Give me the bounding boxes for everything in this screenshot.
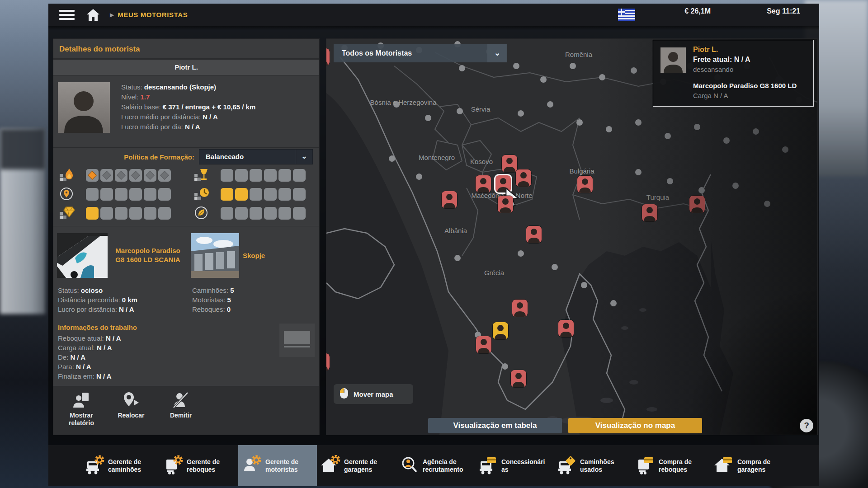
skill-cell	[293, 188, 306, 201]
driver-marker[interactable]	[511, 370, 526, 387]
divider	[53, 147, 319, 148]
skill-cell	[278, 188, 291, 201]
trailer-buy-icon	[635, 455, 655, 477]
dismiss-icon	[171, 391, 190, 411]
driver-marker[interactable]	[577, 176, 593, 193]
skill-cell	[115, 169, 127, 182]
fragile-icon	[194, 168, 214, 183]
dealer-icon	[478, 455, 498, 477]
help-button[interactable]: ?	[800, 419, 813, 432]
garage-stat-line: Reboques: 0	[192, 305, 314, 314]
driver-marker[interactable]	[512, 300, 528, 317]
driver-info-line: Lucro médio por distância: N / A	[121, 112, 316, 122]
job-info-line: Para: N / A	[58, 362, 239, 371]
move-map-button[interactable]: Mover mapa	[334, 384, 413, 404]
driver-marker-selected[interactable]	[495, 175, 511, 192]
job-info-title: Informações do trabalho	[58, 324, 137, 331]
driver-photo	[58, 82, 110, 133]
skill-cell	[264, 188, 277, 201]
relocate-button[interactable]: Realocar	[109, 391, 153, 435]
mouse-icon	[339, 387, 349, 401]
tooltip-status: descansando	[693, 66, 733, 73]
skill-cell	[221, 207, 233, 220]
nav-item-caminh-es-usados[interactable]: Caminhões usados	[553, 445, 632, 486]
nav-item-gerente-de-reboques[interactable]: Gerente de reboques	[160, 445, 238, 486]
map-panel[interactable]: RomêniaBósnia e HerzegovinaSérviaMontene…	[326, 39, 817, 435]
recruitment-icon	[399, 455, 419, 477]
skill-cell	[100, 207, 113, 220]
job-info-line: De: N / A	[58, 352, 239, 362]
training-policy-value: Balanceado	[206, 150, 244, 164]
driver-action-bar: Mostrar relatórioRealocarDemitir	[53, 386, 319, 435]
driver-tooltip: Piotr L. Frete atual: N / A descansando …	[653, 40, 814, 107]
high-value-icon	[60, 206, 80, 221]
map-view-button[interactable]: Visualização no mapa	[568, 418, 702, 433]
nav-item-gerente-de-motoristas[interactable]: Gerente de motoristas	[238, 445, 317, 486]
action-label: Demitir	[170, 412, 192, 419]
skill-cell	[250, 207, 262, 220]
menu-icon[interactable]	[59, 10, 75, 20]
breadcrumb[interactable]: MEUS MOTORISTAS	[118, 11, 188, 19]
country-label: Bósnia e Herzegovina	[370, 99, 437, 106]
truck-thumbnail[interactable]	[57, 233, 108, 278]
nav-item-gerente-de-caminh-es[interactable]: Gerente de caminhões	[81, 445, 160, 486]
driver-name-bar: Piotr L.	[53, 59, 319, 75]
home-icon[interactable]	[86, 9, 100, 21]
driver-marker[interactable]	[442, 191, 457, 208]
dismiss-button[interactable]: Demitir	[159, 391, 203, 435]
nav-item-label: Gerente de motoristas	[265, 458, 311, 474]
report-icon	[72, 391, 91, 411]
skill-cell	[264, 207, 277, 220]
table-view-button[interactable]: Visualização em tabela	[428, 418, 562, 433]
trailer-placeholder-image	[279, 324, 315, 357]
country-label: Kosovo	[470, 158, 493, 165]
job-info-line: Finaliza em: N / A	[58, 371, 239, 381]
driver-info-line: Salário base: € 371 / entrega + € 10,65 …	[121, 102, 316, 112]
driver-marker[interactable]	[516, 169, 531, 187]
skill-cell	[158, 169, 171, 182]
skill-cell	[221, 169, 233, 182]
driver-marker[interactable]	[689, 196, 705, 213]
garage-thumbnail[interactable]	[191, 233, 239, 278]
job-info-line: Reboque atual: N / A	[58, 333, 239, 343]
skill-cell	[235, 169, 248, 182]
skill-cell	[129, 188, 142, 201]
driver-info-line: Status: descansando (Skopje)	[121, 82, 316, 92]
report-button[interactable]: Mostrar relatório	[60, 391, 103, 435]
training-policy-dropdown[interactable]: Balanceado ⌄	[199, 149, 313, 164]
skill-cell	[144, 188, 156, 201]
chevron-down-icon[interactable]: ⌄	[296, 150, 312, 164]
skill-cell	[158, 207, 171, 220]
breadcrumb-chevron-icon: ▶	[110, 12, 114, 18]
driver-marker[interactable]	[326, 353, 330, 371]
training-policy-label: Política de Formação:	[108, 150, 194, 164]
job-info-lines: Reboque atual: N / ACarga atual: N / ADe…	[58, 333, 239, 381]
panel-title: Detalhes do motorista	[53, 39, 319, 59]
driver-filter-dropdown[interactable]: Todos os Motoristas ⌄	[334, 44, 506, 62]
driver-marker[interactable]	[642, 204, 657, 221]
driver-marker[interactable]	[476, 175, 491, 192]
driver-marker[interactable]	[502, 155, 517, 172]
nav-item-gerente-de-garagens[interactable]: Gerente de garagens	[317, 445, 396, 486]
driver-marker[interactable]	[558, 320, 574, 337]
truck-stat-line: Lucro por distância: N / A	[58, 305, 189, 314]
skill-cell	[86, 207, 99, 220]
urgent-icon	[194, 187, 214, 202]
relocate-icon	[122, 391, 141, 411]
country-label: Bulgária	[569, 167, 594, 175]
driver-info-line: Nível: 1.7	[121, 92, 316, 102]
truck-name: Marcopolo Paradiso G8 1600 LD SCANIA	[111, 239, 184, 271]
nav-item-compra-de-garagens[interactable]: Compra de garagens	[710, 445, 789, 486]
nav-item-ag-ncia-de-recrutamento[interactable]: Agência de recrutamento	[396, 445, 474, 486]
chevron-down-icon[interactable]: ⌄	[487, 44, 507, 62]
tooltip-cargo: Carga N / A	[693, 92, 728, 99]
nav-item-compra-de-reboques[interactable]: Compra de reboques	[632, 445, 710, 486]
driver-marker[interactable]	[326, 48, 330, 66]
driver-marker[interactable]	[476, 336, 491, 353]
truck-stats: Status: ociosoDistância percorrida: 0 km…	[58, 286, 189, 314]
driver-marker[interactable]	[493, 322, 508, 339]
nav-item-label: Compra de reboques	[659, 458, 704, 474]
driver-marker[interactable]	[526, 226, 542, 243]
driver-marker[interactable]	[498, 196, 513, 213]
nav-item-concession-rias[interactable]: Concessionárias	[474, 445, 553, 486]
